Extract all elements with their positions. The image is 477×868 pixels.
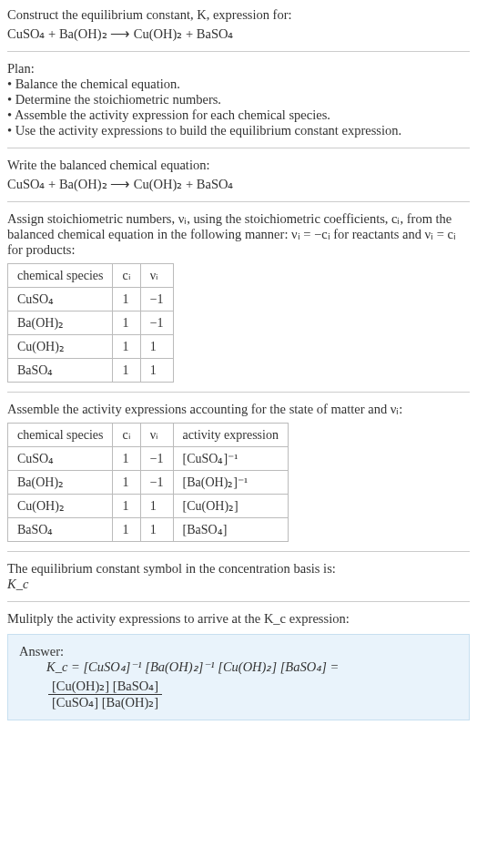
main-equation: CuSO₄ + Ba(OH)₂ ⟶ Cu(OH)₂ + BaSO₄ <box>7 26 470 42</box>
prompt-section: Construct the equilibrium constant, K, e… <box>7 7 470 42</box>
cell: 1 <box>113 518 140 542</box>
table-header: νᵢ <box>140 424 173 447</box>
cell: 1 <box>113 471 140 495</box>
table-row: Cu(OH)₂11[Cu(OH)₂] <box>8 495 289 518</box>
cell: Ba(OH)₂ <box>8 311 113 335</box>
cell: Cu(OH)₂ <box>8 495 113 518</box>
answer-fraction: [Cu(OH)₂] [BaSO₄] [CuSO₄] [Ba(OH)₂] <box>48 679 162 710</box>
table-row: Ba(OH)₂1−1[Ba(OH)₂]⁻¹ <box>8 471 289 495</box>
cell: 1 <box>113 447 140 471</box>
table-row: BaSO₄11 <box>8 359 174 383</box>
stoich-section: Assign stoichiometric numbers, νᵢ, using… <box>7 211 470 383</box>
cell: 1 <box>140 495 173 518</box>
table-row: BaSO₄11[BaSO₄] <box>8 518 289 542</box>
table-header: νᵢ <box>140 264 173 288</box>
cell: −1 <box>140 447 173 471</box>
cell: −1 <box>140 311 173 335</box>
divider <box>7 601 470 602</box>
cell: 1 <box>113 311 140 335</box>
table-header: chemical species <box>8 424 113 447</box>
cell: Ba(OH)₂ <box>8 471 113 495</box>
cell: 1 <box>140 518 173 542</box>
balance-text: Write the balanced chemical equation: <box>7 158 470 173</box>
kc-symbol-text: The equilibrium constant symbol in the c… <box>7 561 470 577</box>
plan-section: Plan: • Balance the chemical equation. •… <box>7 61 470 138</box>
cell: −1 <box>140 471 173 495</box>
plan-heading: Plan: <box>7 61 470 77</box>
cell: CuSO₄ <box>8 288 113 311</box>
fraction-numerator: [Cu(OH)₂] [BaSO₄] <box>48 679 162 695</box>
prompt-line1: Construct the equilibrium constant, K, e… <box>7 7 292 22</box>
plan-item: • Assemble the activity expression for e… <box>7 107 470 123</box>
divider <box>7 51 470 52</box>
divider <box>7 551 470 552</box>
cell: [Ba(OH)₂]⁻¹ <box>173 471 288 495</box>
table-row: Cu(OH)₂11 <box>8 335 174 359</box>
balance-section: Write the balanced chemical equation: Cu… <box>7 158 470 192</box>
cell: 1 <box>113 288 140 311</box>
cell: 1 <box>140 359 173 383</box>
cell: BaSO₄ <box>8 359 113 383</box>
multiply-section: Mulitply the activity expressions to arr… <box>7 611 470 627</box>
table-header: activity expression <box>173 424 288 447</box>
stoich-text: Assign stoichiometric numbers, νᵢ, using… <box>7 211 470 258</box>
fraction-denominator: [CuSO₄] [Ba(OH)₂] <box>48 695 162 710</box>
table-row: CuSO₄1−1[CuSO₄]⁻¹ <box>8 447 289 471</box>
cell: [CuSO₄]⁻¹ <box>173 447 288 471</box>
cell: BaSO₄ <box>8 518 113 542</box>
cell: CuSO₄ <box>8 447 113 471</box>
cell: 1 <box>113 359 140 383</box>
table-row: Ba(OH)₂1−1 <box>8 311 174 335</box>
activity-section: Assemble the activity expressions accoun… <box>7 402 470 542</box>
kc-symbol-section: The equilibrium constant symbol in the c… <box>7 561 470 592</box>
plan-item: • Determine the stoichiometric numbers. <box>7 92 470 107</box>
divider <box>7 201 470 202</box>
kc-symbol: K_c <box>7 577 470 592</box>
divider <box>7 148 470 148</box>
table-header: chemical species <box>8 264 113 288</box>
multiply-text: Mulitply the activity expressions to arr… <box>7 611 470 627</box>
divider <box>7 392 470 393</box>
stoich-table: chemical species cᵢ νᵢ CuSO₄1−1 Ba(OH)₂1… <box>7 263 174 383</box>
plan-item: • Use the activity expressions to build … <box>7 123 470 138</box>
cell: 1 <box>113 495 140 518</box>
table-header-row: chemical species cᵢ νᵢ <box>8 264 174 288</box>
balanced-equation: CuSO₄ + Ba(OH)₂ ⟶ Cu(OH)₂ + BaSO₄ <box>7 177 470 192</box>
table-header-row: chemical species cᵢ νᵢ activity expressi… <box>8 424 289 447</box>
cell: Cu(OH)₂ <box>8 335 113 359</box>
cell: 1 <box>140 335 173 359</box>
table-row: CuSO₄1−1 <box>8 288 174 311</box>
answer-expression: K_c = [CuSO₄]⁻¹ [Ba(OH)₂]⁻¹ [Cu(OH)₂] [B… <box>46 659 458 710</box>
cell: [Cu(OH)₂] <box>173 495 288 518</box>
activity-text: Assemble the activity expressions accoun… <box>7 402 470 417</box>
answer-left: K_c = [CuSO₄]⁻¹ [Ba(OH)₂]⁻¹ [Cu(OH)₂] [B… <box>46 659 339 675</box>
cell: 1 <box>113 335 140 359</box>
table-header: cᵢ <box>113 264 140 288</box>
table-header: cᵢ <box>113 424 140 447</box>
answer-box: Answer: K_c = [CuSO₄]⁻¹ [Ba(OH)₂]⁻¹ [Cu(… <box>7 634 470 720</box>
cell: [BaSO₄] <box>173 518 288 542</box>
answer-label: Answer: <box>19 644 458 659</box>
plan-item: • Balance the chemical equation. <box>7 77 470 92</box>
activity-table: chemical species cᵢ νᵢ activity expressi… <box>7 423 289 542</box>
cell: −1 <box>140 288 173 311</box>
